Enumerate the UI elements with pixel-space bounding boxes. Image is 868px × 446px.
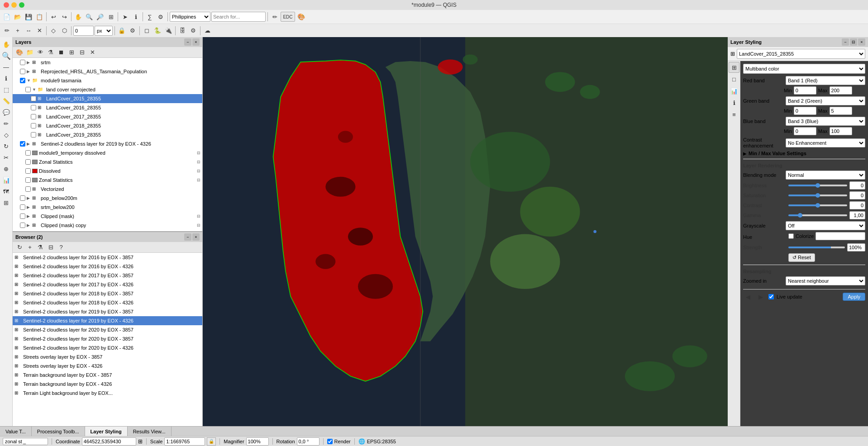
search-input[interactable] [211, 12, 266, 22]
brightness-value[interactable] [849, 181, 865, 190]
browser-item-14[interactable]: ⊞ Terrain background layer by EOX - 4326 [13, 380, 202, 389]
histogram-icon[interactable]: 📊 [729, 85, 739, 96]
blue-band-select[interactable]: Band 3 (Blue) [786, 117, 865, 126]
snapping-unit[interactable]: px [95, 26, 113, 36]
merge-tool[interactable]: ⊕ [1, 163, 12, 174]
plugin-tool-3[interactable]: ⊞ [1, 197, 12, 208]
layer-expand-module9[interactable]: ▼ [27, 78, 31, 83]
tab-value-tool[interactable]: Value T... [0, 427, 32, 436]
plugins-button[interactable]: 🔌 [163, 26, 173, 36]
metadata-icon[interactable]: ℹ [729, 97, 739, 108]
layer-item-landcover2015[interactable]: ⊞ LandCover_2015_28355 [13, 94, 202, 103]
layer-checkbox-zonal1[interactable] [25, 159, 31, 165]
layer-item-vectorized[interactable]: ⊞ Vectorized [13, 185, 202, 194]
db-manager-button[interactable]: 🗄 [177, 26, 187, 36]
layer-checkbox-landcover2017[interactable] [31, 114, 36, 119]
browser-filter-button[interactable]: ⚗ [35, 242, 45, 252]
transparency-icon[interactable]: □ [729, 74, 739, 85]
plugin-tool-1[interactable]: 📊 [1, 175, 12, 185]
layer-checkbox-landcover2016[interactable] [31, 105, 36, 110]
maximize-button[interactable] [19, 2, 24, 8]
topology-button[interactable]: ⬡ [59, 26, 69, 36]
digitize-tool[interactable]: ✏ [1, 118, 12, 129]
colorize-checkbox[interactable] [788, 233, 794, 239]
render-icon[interactable]: ⊞ [729, 62, 739, 73]
tab-processing-toolbox[interactable]: Processing Toolb... [32, 427, 85, 436]
brightness-slider[interactable] [788, 185, 847, 186]
add-group-layer[interactable]: 📁 [25, 47, 35, 57]
layer-checkbox-zonal2[interactable] [25, 177, 31, 183]
layer-item-srtm200[interactable]: ▶ ⊞ srtm_below200 [13, 203, 202, 212]
zoom-full-button[interactable]: ⊞ [106, 12, 116, 22]
browser-item-12[interactable]: ⊞ Streets overlay layer by EOX - 4326 [13, 361, 202, 370]
layer-item-landcover2018[interactable]: ⊞ LandCover_2018_28355 [13, 121, 202, 130]
measure-tool[interactable]: 📏 [1, 95, 12, 106]
save-as-button[interactable]: 📋 [34, 12, 44, 22]
digitize-button[interactable]: ✏ [270, 12, 280, 22]
collapse-all-layers[interactable]: ⊟ [77, 47, 87, 57]
render-checkbox[interactable] [327, 439, 333, 444]
layer-item-zonal1[interactable]: Zonal Statistics ⊟ [13, 157, 202, 166]
layer-expand-sentinel2019[interactable]: ▶ [27, 142, 31, 146]
browser-panel-controls[interactable]: − × [184, 233, 200, 241]
browser-item-0[interactable]: ⊞ Sentinel-2 cloudless layer for 2016 by… [13, 253, 202, 262]
green-max-input[interactable] [830, 107, 852, 115]
zoomed-in-select[interactable]: Nearest neighbour [786, 276, 865, 285]
minimize-button[interactable] [11, 2, 17, 8]
layer-item-srtm[interactable]: ▶ ⊞ srtm [13, 58, 202, 67]
zonal-st-field[interactable]: zonal st _ [3, 438, 48, 445]
right-panel-controls[interactable]: − ⊟ × [842, 38, 865, 46]
layer-checkbox-sentinel2019[interactable] [20, 141, 25, 147]
reset-button[interactable]: ↺ Reset [788, 253, 815, 262]
browser-item-3[interactable]: ⊞ Sentinel-2 cloudless layer for 2017 by… [13, 280, 202, 289]
open-field-calc[interactable]: ∑ [145, 12, 155, 22]
layer-item-clipped-copy[interactable]: ▶ ⊞ Clipped (mask) copy ⊟ [13, 221, 202, 230]
zoom-out-button[interactable]: 🔎 [95, 12, 105, 22]
red-max-input[interactable] [830, 86, 852, 95]
magnifier-input[interactable] [246, 437, 269, 446]
rotation-tool[interactable]: ↻ [1, 141, 12, 152]
annotation-tool[interactable]: 💬 [1, 107, 12, 118]
layer-item-sentinel2019[interactable]: ▶ ⊞ Sentinel-2 cloudless layer for 2019 … [13, 139, 202, 148]
saturation-slider[interactable] [788, 195, 847, 196]
tab-results-view[interactable]: Results View... [128, 427, 172, 436]
green-min-input[interactable] [794, 107, 816, 115]
layer-checkbox-landcover-group[interactable] [25, 87, 31, 92]
select-tool[interactable]: ⬚ [1, 84, 12, 95]
vertex-tool[interactable]: ◇ [1, 129, 12, 140]
layer-expand-srtm200[interactable]: ▶ [27, 205, 31, 209]
layer-expand-clipped[interactable]: ▶ [27, 214, 31, 218]
qgis-cloud-button[interactable]: ☁ [202, 26, 212, 36]
python-button[interactable]: 🐍 [153, 26, 162, 36]
contrast-ctrl-value[interactable] [849, 201, 865, 209]
processing-button[interactable]: ⚙ [156, 12, 166, 22]
layer-checkbox-landcover2019[interactable] [31, 132, 36, 138]
geometry-checker-button[interactable]: ◻ [142, 26, 152, 36]
blending-mode-select[interactable]: Normal [786, 171, 865, 180]
layer-expand-srtm[interactable]: ▶ [27, 60, 31, 65]
history-back-button[interactable]: ◀ [743, 292, 753, 302]
layer-item-landcover-group[interactable]: ▼ 📁 land cover reprojected [13, 85, 202, 94]
scale-lock-button[interactable]: 🔒 [207, 437, 216, 446]
layers-panel-controls[interactable]: − × [184, 38, 200, 46]
contrast-enhancement-select[interactable]: No Enhancement [786, 138, 865, 147]
layer-checkbox-module9-temp[interactable] [25, 150, 31, 156]
layer-item-module9-temp[interactable]: module9_temporary dissolved ⊟ [13, 148, 202, 157]
coordinate-input[interactable] [82, 437, 136, 446]
layer-checkbox-vectorized[interactable] [25, 186, 31, 192]
color-button[interactable]: 🎨 [296, 12, 306, 22]
snapping-config-button[interactable]: ⚙ [128, 26, 138, 36]
edc-button[interactable]: EDC [281, 12, 295, 22]
browser-item-7[interactable]: ⊞ Sentinel-2 cloudless layer for 2019 by… [13, 316, 202, 325]
browser-item-13[interactable]: ⊞ Terrain background layer by EOX - 3857 [13, 370, 202, 380]
layer-checkbox-srtm[interactable] [20, 60, 25, 65]
layer-checkbox-clipped[interactable] [20, 214, 25, 219]
filter-layer-visibility[interactable]: ⚗ [46, 47, 56, 57]
zoom-in-tool[interactable]: 🔍 [1, 50, 12, 61]
layer-item-landcover2017[interactable]: ⊞ LandCover_2017_28355 [13, 112, 202, 121]
renderer-select[interactable]: Multiband color [743, 64, 865, 74]
live-update-checkbox[interactable] [768, 294, 774, 299]
layer-item-reprojected[interactable]: ▶ ⊞ Reprojected_HRSL_AUS_Tasmania_Popula… [13, 67, 202, 76]
layer-checkbox-reprojected[interactable] [20, 69, 25, 74]
crs-value[interactable]: EPSG:28355 [367, 439, 396, 444]
